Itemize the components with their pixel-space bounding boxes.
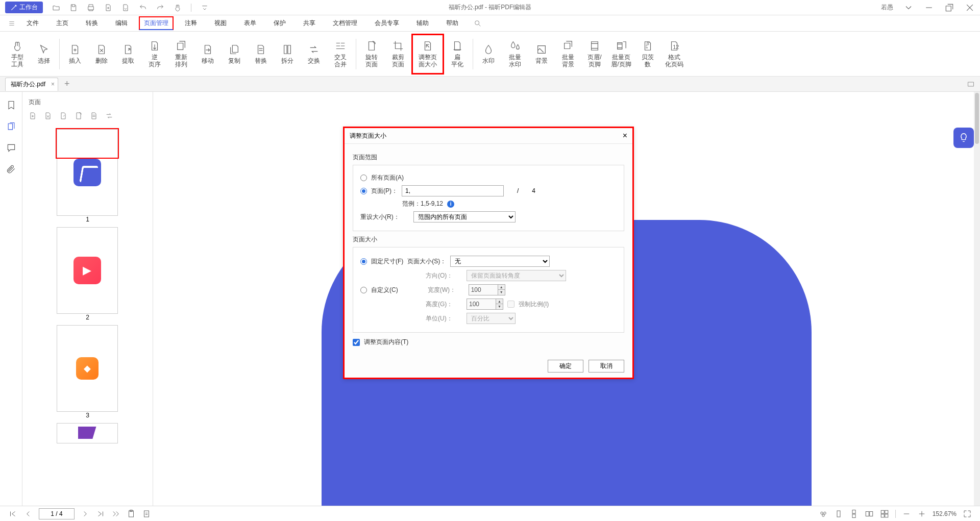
thumb-page-2[interactable]: 2 [57,227,119,321]
pages-panel-icon[interactable] [6,121,16,132]
radio-all-pages[interactable] [360,175,367,181]
thumb-delete-icon[interactable] [44,112,52,120]
ribbon-resize-page[interactable]: 调整页面大小 [411,34,444,75]
menu-form[interactable]: 表单 [238,16,262,31]
select-page-size[interactable]: 无 [450,256,550,267]
user-name[interactable]: 若愚 [881,3,893,12]
thumb-extract-icon[interactable] [59,112,67,120]
info-icon[interactable]: i [447,201,454,208]
maximize-icon[interactable] [944,3,954,13]
menu-view[interactable]: 视图 [208,16,233,31]
thumb-insert-icon[interactable] [29,112,37,120]
qat-dropdown-icon[interactable] [201,4,209,12]
ribbon-split[interactable]: 拆分 [274,34,301,75]
two-page-icon[interactable] [865,509,874,518]
workspace-button[interactable]: 工作台 [5,2,43,13]
clipboard2-icon[interactable] [142,509,151,518]
radio-fixed[interactable] [360,258,367,265]
ribbon-insert[interactable]: 插入 [62,34,88,75]
doc-plus-icon[interactable] [104,4,112,12]
ribbon-reverse[interactable]: 逆页序 [141,34,168,75]
tab-overflow-icon[interactable] [967,80,975,88]
ribbon-bates[interactable]: #贝茨数 [634,34,661,75]
first-page-icon[interactable] [8,509,17,518]
menu-convert[interactable]: 转换 [80,16,104,31]
thumb-replace-icon[interactable] [90,112,98,120]
thumb-page-1[interactable]: 1 [57,129,119,223]
radio-custom[interactable] [360,287,367,293]
user-dropdown-icon[interactable] [903,3,914,13]
single-view-icon[interactable] [834,509,843,518]
hamburger-icon[interactable] [8,20,15,27]
open-folder-icon[interactable] [52,4,60,12]
ribbon-extract[interactable]: 提取 [115,34,141,75]
search-icon[interactable] [474,19,482,28]
menu-docmanage[interactable]: 文档管理 [327,16,363,31]
spinner-width[interactable]: ▲▼ [469,284,505,295]
ribbon-move[interactable]: 移动 [194,34,221,75]
ok-button[interactable]: 确定 [548,360,583,373]
menu-page-manage[interactable]: 页面管理 [139,16,174,30]
radio-pages[interactable] [360,188,367,194]
prev-page-icon[interactable] [23,509,33,518]
ribbon-crop[interactable]: 裁剪页面 [385,34,411,75]
tab-close-icon[interactable]: × [51,81,55,88]
redo-icon[interactable] [156,4,164,12]
fast-next-icon[interactable] [111,509,120,518]
dialog-close-icon[interactable]: × [623,131,627,140]
select-resize[interactable]: 范围内的所有页面 [413,211,516,222]
thumb-swap-icon[interactable] [105,112,113,120]
ribbon-batch-background[interactable]: 批量背景 [555,34,581,75]
thumb-page-3[interactable]: 3 [57,325,119,419]
input-pages[interactable] [402,185,504,196]
ribbon-batch-hf[interactable]: 批量页眉/页脚 [608,34,634,75]
fit-icon[interactable] [963,509,972,518]
menu-comment[interactable]: 注释 [179,16,203,31]
hand-icon[interactable] [174,4,182,12]
menu-edit[interactable]: 编辑 [109,16,134,31]
ribbon-replace[interactable]: 替换 [248,34,274,75]
page-input[interactable] [39,508,75,519]
checkbox-adjust-content[interactable] [353,339,360,346]
comment-panel-icon[interactable] [6,143,16,153]
save-icon[interactable] [69,4,78,12]
ribbon-merge[interactable]: 交叉合并 [327,34,354,75]
menu-home[interactable]: 主页 [50,16,75,31]
doc-arrow-icon[interactable] [121,4,130,12]
thumb-page-4[interactable] [57,423,119,443]
ribbon-flatten[interactable]: 扁平化 [444,34,471,75]
menu-file[interactable]: 文件 [20,16,45,31]
continuous-view-icon[interactable] [849,509,859,518]
thumb-rotate-icon[interactable] [75,112,83,120]
next-page-icon[interactable] [81,509,90,518]
zoom-out-icon[interactable] [902,509,911,518]
tab-add-button[interactable]: + [64,79,70,89]
ribbon-header-footer[interactable]: 页眉/页脚 [581,34,608,75]
file-tab[interactable]: 福昕办公.pdf × [5,78,58,91]
ribbon-background[interactable]: 背景 [528,34,555,75]
attachment-icon[interactable] [6,164,16,175]
color-icon[interactable] [819,509,828,518]
bookmark-icon[interactable] [6,100,16,110]
menu-help[interactable]: 帮助 [440,16,464,31]
ribbon-batch-watermark[interactable]: 批量水印 [502,34,528,75]
menu-share[interactable]: 共享 [297,16,322,31]
undo-icon[interactable] [139,4,147,12]
ribbon-watermark[interactable]: 水印 [475,34,502,75]
help-bulb-button[interactable] [953,128,974,148]
spinner-height[interactable]: ▲▼ [467,299,503,310]
ribbon-reorder[interactable]: 重新排列 [168,34,194,75]
menu-assist[interactable]: 辅助 [410,16,435,31]
ribbon-copy[interactable]: 复制 [221,34,248,75]
close-icon[interactable] [965,3,975,13]
cancel-button[interactable]: 取消 [589,360,624,373]
minimize-icon[interactable] [924,3,934,13]
vertical-scrollbar[interactable] [974,92,980,506]
clipboard-icon[interactable] [127,509,136,518]
ribbon-select[interactable]: 选择 [31,34,57,75]
menu-protect[interactable]: 保护 [267,16,292,31]
menu-member[interactable]: 会员专享 [369,16,405,31]
print-icon[interactable] [87,4,95,12]
ribbon-delete[interactable]: 删除 [88,34,115,75]
ribbon-rotate[interactable]: 旋转页面 [358,34,385,75]
